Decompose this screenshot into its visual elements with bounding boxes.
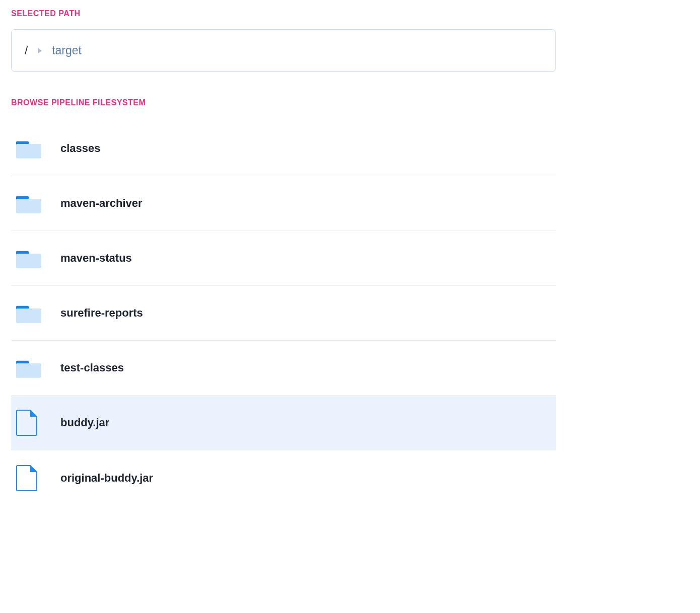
file-row[interactable]: buddy.jar [11, 396, 556, 450]
svg-rect-7 [16, 309, 41, 323]
svg-rect-3 [16, 199, 41, 213]
folder-row[interactable]: maven-archiver [11, 176, 556, 231]
svg-rect-1 [16, 144, 41, 159]
entry-name: maven-status [60, 252, 132, 265]
selected-path-box: / target [11, 29, 556, 72]
entry-name: test-classes [60, 361, 124, 374]
folder-row[interactable]: maven-status [11, 231, 556, 286]
browse-filesystem-heading: Browse Pipeline Filesystem [11, 98, 689, 107]
selected-path-heading: Selected Path [11, 9, 689, 18]
entry-name: maven-archiver [60, 197, 143, 210]
file-icon [16, 410, 42, 436]
breadcrumb-current[interactable]: target [52, 44, 82, 57]
file-row[interactable]: original-buddy.jar [11, 450, 556, 505]
folder-icon [16, 248, 42, 268]
folder-icon [16, 358, 42, 378]
svg-rect-9 [16, 363, 41, 378]
folder-row[interactable]: surefire-reports [11, 286, 556, 341]
folder-row[interactable]: classes [11, 121, 556, 176]
breadcrumb-root[interactable]: / [25, 44, 28, 57]
folder-row[interactable]: test-classes [11, 341, 556, 396]
entry-name: buddy.jar [60, 416, 109, 429]
folder-icon [16, 303, 42, 323]
file-listing: classes maven-archiver maven-status sure… [11, 121, 556, 505]
svg-rect-5 [16, 254, 41, 268]
file-icon [16, 465, 42, 491]
entry-name: original-buddy.jar [60, 472, 153, 485]
entry-name: classes [60, 142, 101, 155]
entry-name: surefire-reports [60, 306, 143, 320]
folder-icon [16, 138, 42, 159]
folder-icon [16, 193, 42, 213]
chevron-right-icon [38, 48, 42, 54]
